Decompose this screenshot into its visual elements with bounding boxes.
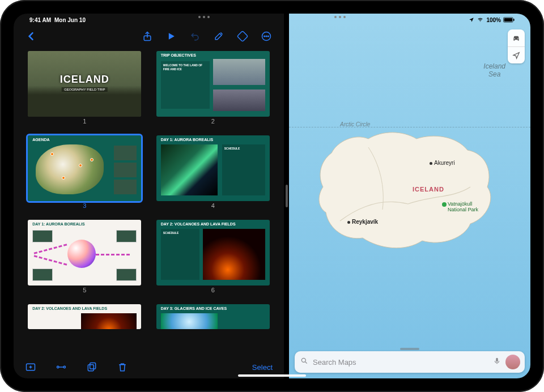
slide-8-title: DAY 3: GLACIERS AND ICE CAVES <box>161 306 227 310</box>
select-button[interactable]: Select <box>252 363 273 372</box>
svg-rect-6 <box>237 31 248 42</box>
slide-grid[interactable]: ICELAND GEOGRAPHY FIELD TRIP 1 TRIP OBJE… <box>14 48 284 356</box>
more-button[interactable] <box>259 29 274 44</box>
paintbrush-button[interactable] <box>211 29 226 44</box>
sea-label: Iceland Sea <box>483 62 505 79</box>
slide-1-subtitle: GEOGRAPHY FIELD TRIP <box>62 87 107 92</box>
transition-button[interactable] <box>56 361 67 373</box>
slide-thumbnail-1[interactable]: ICELAND GEOGRAPHY FIELD TRIP 1 <box>24 51 146 133</box>
ipad-device-frame: 9:41 AM Mon Jun 10 100% <box>0 0 544 392</box>
account-avatar[interactable] <box>505 355 520 369</box>
share-button[interactable] <box>140 29 155 44</box>
city-reykjavik[interactable]: Reykjavík <box>347 219 378 225</box>
slide-3-title: AGENDA <box>32 138 49 142</box>
slide-number: 4 <box>211 202 215 209</box>
svg-point-13 <box>63 366 65 368</box>
svg-point-12 <box>57 366 59 368</box>
slide-thumbnail-7[interactable]: DAY 2: VOLCANOES AND LAVA FIELDS <box>24 304 146 356</box>
svg-point-16 <box>301 358 305 362</box>
back-button[interactable] <box>24 29 39 44</box>
keynote-toolbar <box>14 25 284 48</box>
play-button[interactable] <box>164 29 178 44</box>
slide-4-title: DAY 1: AURORA BOREALIS <box>161 138 213 142</box>
slide-6-title: DAY 2: VOLCANOES AND LAVA FIELDS <box>161 222 236 226</box>
add-slide-button[interactable] <box>25 361 36 373</box>
svg-point-9 <box>266 36 267 37</box>
delete-button[interactable] <box>117 361 128 373</box>
svg-point-8 <box>264 36 265 37</box>
slide-thumbnail-6[interactable]: DAY 2: VOLCANOES AND LAVA FIELDS SCHEDUL… <box>152 220 274 302</box>
slide-number: 5 <box>83 287 86 293</box>
screen: 9:41 AM Mon Jun 10 100% <box>14 14 530 378</box>
svg-rect-14 <box>88 365 94 371</box>
slide-thumbnail-8[interactable]: DAY 3: GLACIERS AND ICE CAVES <box>152 304 274 356</box>
slide-thumbnail-5[interactable]: DAY 1: AURORA BOREALIS 5 <box>24 220 146 302</box>
slide-number: 2 <box>211 118 215 125</box>
search-input[interactable]: Search Maps <box>313 358 488 367</box>
split-view-divider[interactable] <box>284 14 289 378</box>
map-mode-button[interactable] <box>508 29 525 46</box>
svg-point-10 <box>268 36 269 37</box>
park-vatnajokull[interactable]: Vatnajökull National Park <box>442 202 478 213</box>
map-locate-button[interactable] <box>508 46 525 63</box>
svg-marker-5 <box>169 33 175 40</box>
slide-number: 6 <box>211 287 215 293</box>
country-label: ICELAND <box>413 186 444 193</box>
microphone-icon[interactable] <box>493 356 501 368</box>
slide-thumbnail-2[interactable]: TRIP OBJECTIVES WELCOME TO THE LAND OF F… <box>152 51 274 133</box>
undo-button[interactable] <box>188 29 202 44</box>
city-akureyri[interactable]: Akureyri <box>430 160 455 166</box>
multitask-dots <box>198 16 346 18</box>
maps-app[interactable]: Iceland Sea Arctic Circle ICELAND Reykja… <box>289 14 530 378</box>
search-icon <box>300 357 308 367</box>
slide-number: 1 <box>83 118 86 125</box>
svg-rect-15 <box>90 363 96 369</box>
home-indicator[interactable] <box>238 374 306 377</box>
maps-search-bar[interactable]: Search Maps <box>295 351 525 373</box>
divider-handle-icon <box>286 185 288 207</box>
svg-rect-17 <box>496 358 498 362</box>
slide-number: 3 <box>83 202 86 209</box>
slide-2-title: TRIP OBJECTIVES <box>161 53 196 57</box>
slide-7-title: DAY 2: VOLCANOES AND LAVA FIELDS <box>32 306 107 310</box>
slide-thumbnail-4[interactable]: DAY 1: AURORA BOREALIS SCHEDULE 4 <box>152 135 274 218</box>
map-labels: Iceland Sea Arctic Circle ICELAND Reykja… <box>289 14 530 378</box>
map-controls <box>508 29 525 63</box>
slide-thumbnail-3[interactable]: AGENDA 3 <box>24 135 146 218</box>
shape-button[interactable] <box>235 29 250 44</box>
arctic-circle-label: Arctic Circle <box>340 121 370 127</box>
slide-1-title: ICELAND <box>60 74 109 86</box>
slide-5-title: DAY 1: AURORA BOREALIS <box>32 222 84 226</box>
duplicate-button[interactable] <box>86 361 97 373</box>
keynote-app: ICELAND GEOGRAPHY FIELD TRIP 1 TRIP OBJE… <box>14 14 284 378</box>
maps-card-grabber[interactable] <box>400 348 419 350</box>
